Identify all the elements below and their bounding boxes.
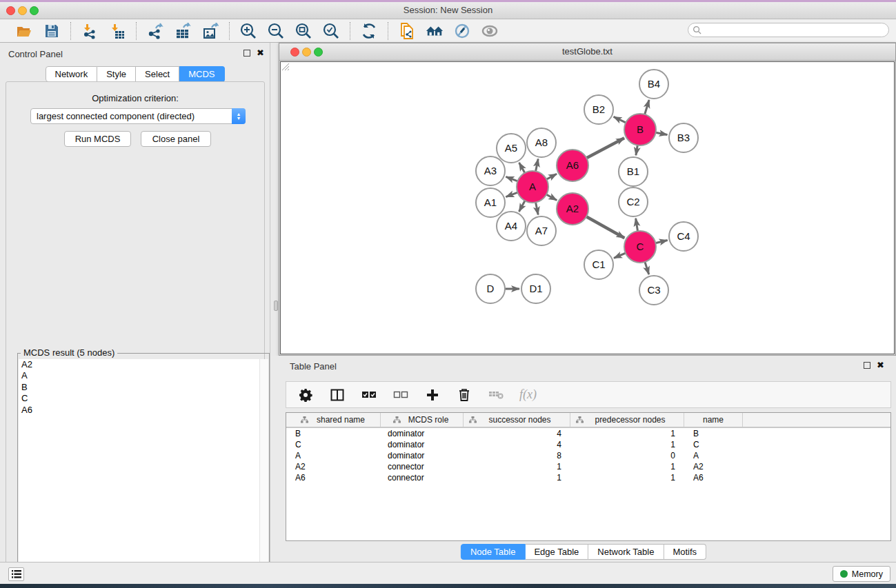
hide-selected-icon[interactable] bbox=[453, 22, 471, 40]
node-D1[interactable] bbox=[521, 274, 550, 303]
network-window-titlebar[interactable]: testGlobe.txt bbox=[279, 43, 895, 61]
node-A4[interactable] bbox=[497, 212, 526, 241]
tab-motifs[interactable]: Motifs bbox=[664, 544, 706, 560]
close-panel-icon[interactable]: ✖ bbox=[257, 50, 264, 57]
table-row[interactable]: A6 connector 1 1 A6 bbox=[286, 472, 890, 483]
result-item[interactable]: C bbox=[19, 393, 268, 404]
column-header-shared-name[interactable]: shared name bbox=[286, 413, 381, 427]
column-header-name[interactable]: name bbox=[684, 413, 743, 427]
clear-table-icon[interactable] bbox=[488, 387, 504, 403]
node-A[interactable] bbox=[517, 171, 548, 203]
node-A3[interactable] bbox=[476, 156, 505, 185]
resize-grip-icon[interactable] bbox=[281, 62, 290, 71]
node-C3[interactable] bbox=[639, 276, 668, 305]
node-A6[interactable] bbox=[557, 150, 588, 181]
tab-mcds[interactable]: MCDS bbox=[179, 66, 224, 82]
clone-network-icon[interactable] bbox=[398, 22, 416, 40]
float-table-panel-icon[interactable] bbox=[864, 362, 870, 369]
node-C2[interactable] bbox=[619, 187, 648, 216]
export-image-icon[interactable] bbox=[201, 22, 219, 40]
close-table-panel-icon[interactable]: ✖ bbox=[877, 362, 884, 369]
net-zoom-button[interactable] bbox=[314, 48, 323, 57]
tab-node-table[interactable]: Node Table bbox=[461, 544, 526, 560]
show-all-icon[interactable] bbox=[481, 22, 499, 40]
run-mcds-button[interactable]: Run MCDS bbox=[64, 131, 131, 147]
mcds-result-list[interactable]: A2 A B C A6 bbox=[19, 359, 268, 585]
tab-style[interactable]: Style bbox=[97, 66, 136, 82]
deselect-all-rows-icon[interactable] bbox=[392, 387, 409, 403]
desktop-strip-bottom bbox=[0, 584, 896, 588]
criterion-dropdown[interactable]: largest connected component (directed) ▲… bbox=[30, 108, 246, 124]
search-input[interactable] bbox=[701, 24, 888, 36]
column-type-icon bbox=[393, 416, 401, 423]
close-panel-button[interactable]: Close panel bbox=[141, 131, 211, 147]
column-selector-icon[interactable] bbox=[329, 387, 346, 403]
tab-edge-table[interactable]: Edge Table bbox=[525, 544, 588, 560]
net-close-button[interactable] bbox=[290, 48, 299, 57]
first-neighbors-icon[interactable] bbox=[426, 22, 444, 40]
result-item[interactable]: A2 bbox=[19, 359, 268, 370]
table-settings-gear-icon[interactable] bbox=[297, 387, 314, 403]
table-row[interactable]: C dominator 4 1 C bbox=[286, 439, 890, 450]
node-A7[interactable] bbox=[527, 216, 556, 245]
zoom-out-icon[interactable] bbox=[267, 22, 285, 40]
function-builder-icon[interactable]: f(x) bbox=[519, 387, 537, 402]
table-row[interactable]: A2 connector 1 1 A2 bbox=[286, 461, 890, 472]
net-minimize-button[interactable] bbox=[302, 48, 311, 57]
node-B2[interactable] bbox=[584, 95, 613, 124]
memory-status-icon bbox=[840, 570, 848, 578]
node-A2[interactable] bbox=[557, 193, 588, 225]
import-table-icon[interactable] bbox=[108, 22, 126, 40]
table-row[interactable]: A dominator 8 0 A bbox=[286, 450, 890, 461]
table-toolbar: f(x) bbox=[286, 381, 891, 408]
node-C[interactable] bbox=[624, 231, 656, 263]
memory-label: Memory bbox=[852, 569, 883, 579]
control-panel-tabs: Network Style Select MCDS bbox=[45, 66, 224, 82]
import-network-icon[interactable] bbox=[81, 22, 99, 40]
node-C4[interactable] bbox=[669, 222, 698, 251]
node-A8[interactable] bbox=[527, 128, 556, 157]
column-header-mcds-role[interactable]: MCDS role bbox=[381, 413, 464, 427]
memory-button[interactable]: Memory bbox=[833, 566, 890, 582]
refresh-icon[interactable] bbox=[360, 22, 378, 40]
result-item[interactable]: A bbox=[19, 370, 268, 381]
select-all-rows-icon[interactable] bbox=[361, 387, 377, 403]
zoom-in-icon[interactable] bbox=[239, 22, 257, 40]
minimize-window-button[interactable] bbox=[18, 6, 27, 15]
float-panel-icon[interactable] bbox=[243, 50, 250, 57]
column-header-successor-nodes[interactable]: successor nodes bbox=[464, 413, 570, 427]
column-header-predecessor-nodes[interactable]: predecessor nodes bbox=[570, 413, 684, 427]
node-B[interactable] bbox=[624, 114, 656, 145]
table-panel: Table Panel ✖ f(x) sha bbox=[271, 356, 896, 562]
save-session-icon[interactable] bbox=[43, 22, 61, 40]
zoom-window-button[interactable] bbox=[30, 6, 39, 15]
node-B3[interactable] bbox=[669, 123, 698, 152]
result-list-scrollbar[interactable] bbox=[259, 359, 268, 585]
show-panels-button[interactable] bbox=[8, 567, 24, 581]
zoom-fit-icon[interactable] bbox=[295, 22, 312, 40]
node-A1[interactable] bbox=[476, 188, 505, 217]
node-B4[interactable] bbox=[639, 70, 668, 99]
close-window-button[interactable] bbox=[6, 6, 15, 15]
export-network-icon[interactable] bbox=[146, 22, 164, 40]
result-item[interactable]: A6 bbox=[19, 405, 268, 416]
vertical-split-handle[interactable] bbox=[274, 301, 278, 311]
tab-select[interactable]: Select bbox=[136, 66, 179, 82]
column-type-icon bbox=[576, 416, 584, 423]
table-row[interactable]: B dominator 4 1 B bbox=[286, 428, 890, 439]
tab-network-table[interactable]: Network Table bbox=[588, 544, 664, 560]
zoom-selected-icon[interactable] bbox=[322, 22, 340, 40]
result-item[interactable]: B bbox=[19, 382, 268, 393]
tab-network[interactable]: Network bbox=[45, 66, 97, 82]
open-file-icon[interactable] bbox=[15, 22, 33, 40]
node-A5[interactable] bbox=[497, 134, 526, 163]
search-field[interactable] bbox=[688, 23, 889, 37]
delete-column-icon[interactable] bbox=[456, 387, 472, 403]
add-column-icon[interactable] bbox=[424, 387, 441, 403]
node-D[interactable] bbox=[476, 274, 505, 303]
export-table-icon[interactable] bbox=[174, 22, 192, 40]
node-C1[interactable] bbox=[584, 250, 613, 279]
node-B1[interactable] bbox=[619, 157, 648, 186]
network-canvas[interactable]: B4B2BB3A8A5A6A3B1AA1C2A2A4A7C4CC1C3DD1 bbox=[280, 61, 895, 354]
status-bar: Memory bbox=[0, 562, 896, 584]
